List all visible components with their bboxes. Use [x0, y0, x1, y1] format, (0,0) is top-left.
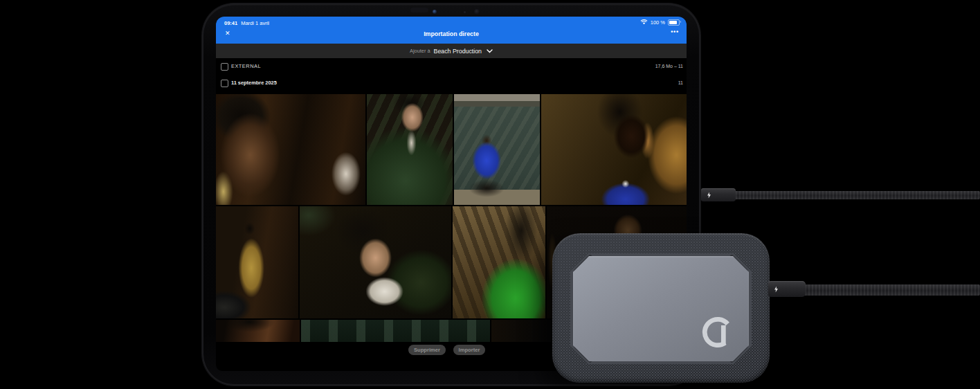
thunderbolt-logo-icon	[774, 286, 779, 292]
thunderbolt-cable-bottom	[801, 284, 980, 296]
thunderbolt-cable-top	[732, 191, 980, 199]
thunderbolt-logo-icon	[707, 192, 711, 198]
usb-c-plug-top	[701, 188, 736, 201]
import-button[interactable]: Importer	[453, 345, 485, 355]
front-camera-pill	[410, 8, 428, 12]
drive-face-plate	[570, 253, 752, 364]
g-brand-logo-icon	[700, 314, 736, 350]
photo-thumbnail-9[interactable]	[216, 320, 300, 342]
photo-thumbnail-1[interactable]	[216, 94, 365, 205]
photo-thumbnail-6[interactable]	[300, 206, 451, 318]
camera-sensor-dot	[474, 9, 480, 15]
photo-thumbnail-5[interactable]	[216, 206, 298, 318]
photo-thumbnail-3[interactable]	[454, 94, 540, 205]
external-ssd-drive	[552, 233, 770, 383]
camera-sensor-dot	[464, 11, 466, 13]
front-camera-icon	[433, 10, 437, 14]
photo-thumbnail-4[interactable]	[541, 94, 687, 205]
usb-c-plug-bottom	[768, 281, 806, 297]
photo-thumbnail-2[interactable]	[367, 94, 453, 205]
delete-button[interactable]: Supprimer	[408, 345, 446, 355]
scene: 09:41 Mardi 1 avril 100 %	[0, 0, 980, 389]
photo-thumbnail-10[interactable]	[301, 320, 490, 342]
photo-thumbnail-7[interactable]	[453, 206, 545, 318]
